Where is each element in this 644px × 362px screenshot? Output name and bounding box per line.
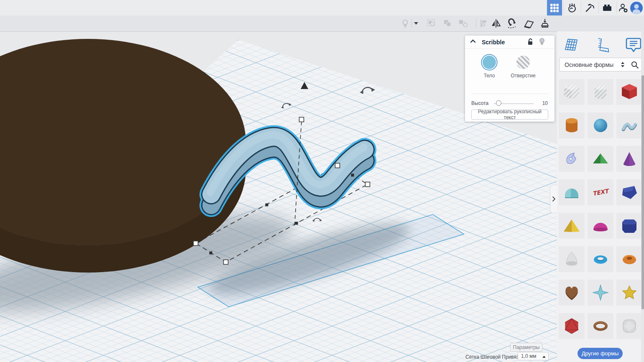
shape-tile-icosahedron[interactable] [559,313,585,339]
shape-category-select[interactable]: Основные формы [559,58,629,71]
torus-icon [619,249,639,269]
solid-swatch [483,56,496,69]
pickaxe-icon [584,3,595,13]
ruler-l-icon [595,36,612,53]
shape-tile-star-5[interactable] [616,280,642,306]
divider [411,19,412,28]
sidebar-scrollbar[interactable] [641,31,644,362]
workplane-button[interactable] [523,18,534,29]
parameters-button[interactable]: Параметры [510,343,542,352]
chevron-up-icon [542,356,546,358]
shape-tile-star-4[interactable] [588,280,613,306]
invite-button[interactable] [617,0,629,15]
icosahedron-icon [562,316,582,336]
solid-mode-option[interactable]: Тело [475,56,503,79]
shape-tile-dice[interactable] [616,313,642,339]
mirror-icon [491,18,501,28]
height-value: 10 [542,100,548,106]
top-app-bar [0,0,644,16]
search-icon [631,61,639,69]
notes-tool-button[interactable] [625,36,642,54]
group-button[interactable] [426,18,437,29]
avatar-icon [630,1,643,15]
shape-tile-half-sphere[interactable] [588,213,613,239]
shape-category-value: Основные формы [565,61,613,68]
scrollbar-thumb[interactable] [641,75,644,309]
sidebar-collapse-tab[interactable] [550,185,557,213]
tube-icon [590,249,611,269]
align-icon [479,19,488,28]
height-slider-thumb[interactable] [496,100,501,106]
solid-label: Тело [475,73,503,79]
shape-tile-scribble[interactable] [616,112,642,138]
shape-tile-polygon[interactable] [616,179,642,205]
hole-cylinder-icon [590,82,611,102]
mode-blocks-button[interactable] [582,0,597,15]
mode-3d-design-button[interactable] [547,0,562,15]
ruler-button[interactable] [539,18,551,29]
tinkercad-app: Импорт Экспорт Отправить Scribble [0,0,644,362]
shape-tile-box[interactable] [616,79,642,105]
panel-title: Scribble [482,39,505,46]
shape-tile-ring[interactable] [588,313,613,339]
hex-prism-icon [619,216,639,236]
more-shapes-button[interactable]: Другие формы [578,348,623,359]
account-avatar[interactable] [629,0,644,15]
chevron-down-icon [414,22,418,25]
shape-tile-cylinder[interactable] [559,112,585,138]
shape-tile-bezier[interactable] [559,146,585,172]
cone-icon [619,149,639,169]
snap-button[interactable] [506,18,518,29]
shape-tile-hole-cylinder[interactable] [588,79,613,105]
paraboloid-icon [562,249,582,269]
shape-tile-hex-prism[interactable] [616,213,642,239]
height-row: Высота 10 [465,99,555,107]
divider [563,2,564,14]
person-add-icon [618,3,629,13]
hole-mode-option[interactable]: Отверстие [509,56,537,79]
edit-scribble-button[interactable]: Редактировать рукописный текст [471,110,548,120]
ruler-tool-button[interactable] [595,36,612,54]
height-label: Высота [471,100,488,106]
panel-header: Scribble [465,36,555,49]
ungroup-all-button[interactable] [457,18,469,29]
sphere-icon [590,115,611,135]
workplane-grid-icon [562,36,579,53]
collapse-panel-button[interactable] [470,39,476,43]
heart-icon [562,283,582,303]
view-settings-button[interactable] [399,18,411,29]
shape-tile-text[interactable]: TEXT [588,179,613,205]
unlock-icon[interactable] [527,38,534,46]
shape-tile-round-roof[interactable] [559,179,585,205]
shape-tile-torus[interactable] [616,246,642,272]
shape-tile-paraboloid[interactable] [559,246,585,272]
pyramid-icon [562,216,582,236]
snap-grid-label: Сетка Шаговой Привязки [465,354,524,360]
text-shape-icon: TEXT [590,182,611,202]
shape-tile-pyramid[interactable] [559,213,585,239]
hide-bulb-icon[interactable] [539,38,545,46]
shape-tile-tube[interactable] [588,246,613,272]
shape-tile-roof[interactable] [588,146,613,172]
shape-tile-sphere[interactable] [588,112,613,138]
ungroup-button[interactable] [442,18,453,29]
star-5-icon [619,283,639,303]
mode-sim-button[interactable] [565,0,580,15]
search-shapes-button[interactable] [628,58,641,71]
round-roof-icon [562,182,582,202]
mirror-button[interactable] [490,18,502,29]
mode-bricks-button[interactable] [600,0,615,15]
shape-tile-heart[interactable] [559,280,585,306]
snap-grid-dropdown[interactable]: 1,0 мм [518,352,549,360]
shape-tile-hole-box[interactable] [559,79,585,105]
half-sphere-icon [590,216,611,236]
shape-inspector-panel: Scribble Тело Отверстие [465,36,555,122]
workplane-tool-button[interactable] [562,36,579,54]
shape-tile-cone[interactable] [616,146,642,172]
divider [581,2,581,14]
view-settings-dropdown[interactable] [412,18,420,29]
hole-swatch [516,56,530,69]
roof-icon [590,149,611,169]
workplane-icon [523,18,534,29]
align-button[interactable] [478,18,490,29]
